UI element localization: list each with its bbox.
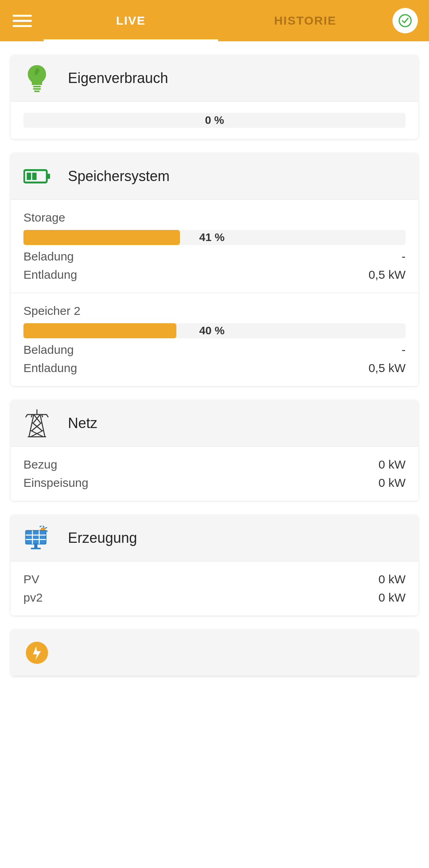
hamburger-icon [13,15,32,17]
kv-label: Entladung [23,361,77,375]
card-header [11,630,418,676]
kv-row: Bezug 0 kW [23,458,406,471]
progress-fill [23,323,176,338]
kv-label: pv2 [23,591,43,604]
kv-label: Beladung [23,250,74,263]
progress-label: 0 % [205,114,224,127]
battery-icon [23,163,50,190]
kv-value: 0,5 kW [369,361,406,375]
consumption-icon [23,639,50,666]
card-eigenverbrauch: Eigenverbrauch 0 % [11,55,418,139]
tabs: LIVE HISTORIE [44,0,392,41]
storage-item: Storage 41 % Beladung - Entladung 0,5 kW [11,200,418,293]
kv-value: - [402,250,406,263]
kv-value: 0 kW [379,591,406,604]
svg-rect-9 [26,530,46,544]
svg-rect-2 [33,88,41,90]
kv-row: Entladung 0,5 kW [23,361,406,375]
card-title: Netz [68,415,97,432]
kv-label: Bezug [23,458,57,471]
svg-rect-3 [34,91,40,92]
card-body: PV 0 kW pv2 0 kW [11,561,418,615]
kv-value: 0 kW [379,476,406,490]
solar-panel-icon [23,525,50,552]
card-title: Speichersystem [68,168,170,185]
progress-bar-storage: 41 % [23,230,406,245]
card-header: Speichersystem [11,153,418,200]
kv-row: Einspeisung 0 kW [23,476,406,490]
kv-row: Beladung - [23,250,406,263]
card-header: Eigenverbrauch [11,55,418,102]
card-header: Netz [11,400,418,447]
lightbulb-leaf-icon [23,65,50,92]
card-title: Erzeugung [68,530,137,546]
svg-rect-1 [33,86,41,87]
progress-bar-storage: 40 % [23,323,406,338]
menu-button[interactable] [13,11,32,30]
kv-row: pv2 0 kW [23,591,406,604]
card-header: Erzeugung [11,515,418,561]
kv-label: PV [23,573,39,586]
kv-value: 0 kW [379,458,406,471]
tab-historie[interactable]: HISTORIE [218,0,392,41]
kv-row: Beladung - [23,343,406,357]
svg-point-0 [399,15,411,27]
progress-bar-eigenverbrauch: 0 % [23,113,406,128]
progress-fill [23,230,180,245]
kv-row: PV 0 kW [23,573,406,586]
main-content: Eigenverbrauch 0 % Speichersystem Storag [0,41,429,676]
card-body: Bezug 0 kW Einspeisung 0 kW [11,447,418,501]
card-body: 0 % [11,102,418,139]
app-header: LIVE HISTORIE [0,0,429,41]
svg-rect-6 [27,173,31,180]
card-title: Eigenverbrauch [68,70,168,87]
kv-value: 0 kW [379,573,406,586]
card-netz: Netz Bezug 0 kW Einspeisung 0 kW [11,400,418,501]
card-speichersystem: Speichersystem Storage 41 % Beladung - E… [11,153,418,386]
svg-rect-14 [35,544,37,548]
kv-label: Entladung [23,268,77,282]
card-erzeugung: Erzeugung PV 0 kW pv2 0 kW [11,515,418,615]
storage-name: Speicher 2 [23,304,406,318]
kv-value: - [402,343,406,357]
svg-rect-5 [48,174,50,179]
kv-label: Einspeisung [23,476,88,490]
kv-label: Beladung [23,343,74,357]
grid-tower-icon [23,410,50,437]
status-indicator[interactable] [392,8,418,33]
svg-rect-7 [32,173,37,180]
progress-label: 40 % [199,324,225,337]
kv-row: Entladung 0,5 kW [23,268,406,282]
kv-value: 0,5 kW [369,268,406,282]
card-partial [11,630,418,676]
checkmark-icon [398,14,412,28]
tab-live[interactable]: LIVE [44,0,218,41]
storage-item: Speicher 2 40 % Beladung - Entladung 0,5… [11,293,418,386]
storage-name: Storage [23,211,406,224]
progress-label: 41 % [199,231,225,244]
